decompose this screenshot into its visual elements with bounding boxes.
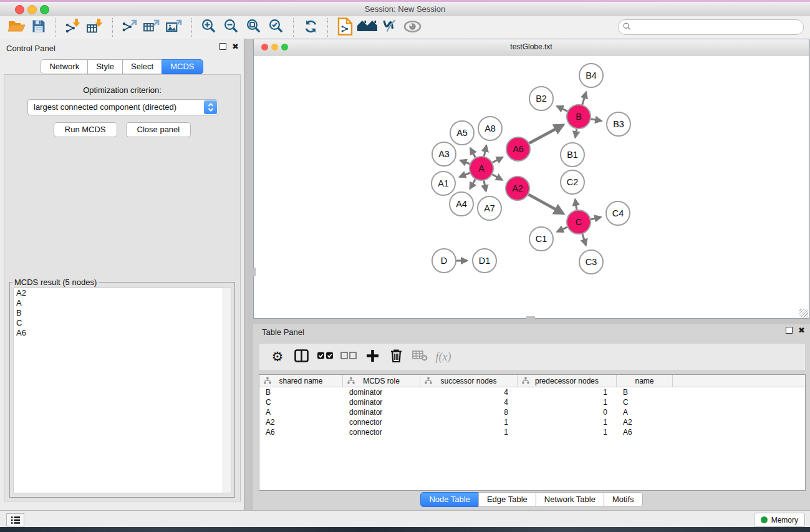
mcds-result-item[interactable]: A (14, 298, 231, 308)
tab-motifs[interactable]: Motifs (604, 492, 643, 507)
tab-edge-table[interactable]: Edge Table (478, 492, 536, 507)
edge-C-C2[interactable] (575, 200, 577, 210)
zoom-out-button[interactable] (220, 17, 243, 37)
edge-A6-B[interactable] (529, 125, 564, 143)
tab-network-table[interactable]: Network Table (536, 492, 604, 507)
edge-B-B3[interactable] (591, 119, 602, 121)
table-row[interactable]: A6connector11A6 (259, 427, 805, 437)
network-file-button[interactable] (334, 17, 356, 37)
memory-button[interactable]: Memory (754, 513, 805, 527)
edge-A-A3[interactable] (460, 160, 470, 164)
deselect-all-button[interactable] (337, 346, 360, 367)
edge-A-A8[interactable] (484, 145, 486, 156)
edge-C-C1[interactable] (557, 227, 567, 231)
tab-network[interactable]: Network (41, 59, 88, 74)
edge-A-A1[interactable] (460, 173, 470, 177)
edge-C-C3[interactable] (582, 234, 586, 245)
export-table-button[interactable] (141, 17, 163, 37)
paintbrush-button[interactable] (378, 17, 401, 37)
node-A5[interactable]: A5 (450, 121, 474, 145)
tab-mcds[interactable]: MCDS (162, 59, 203, 74)
edge-A-A4[interactable] (470, 179, 476, 188)
left-splitter-grip[interactable] (253, 268, 256, 276)
edge-A-A7[interactable] (484, 181, 486, 191)
save-session-button[interactable] (27, 17, 50, 37)
node-B1[interactable]: B1 (561, 143, 584, 167)
node-A[interactable]: A (470, 157, 493, 180)
zoom-in-button[interactable] (198, 17, 220, 37)
select-all-button[interactable] (313, 346, 337, 367)
export-network-button[interactable] (118, 17, 141, 37)
add-column-button[interactable] (360, 346, 384, 367)
search-input[interactable] (635, 21, 798, 34)
eye-button[interactable] (401, 17, 423, 37)
edge-B-B1[interactable] (576, 129, 577, 138)
node-B4[interactable]: B4 (579, 64, 603, 87)
tab-select[interactable]: Select (122, 59, 162, 74)
column-header-predecessor-nodes[interactable]: predecessor nodes (518, 375, 617, 387)
float-panel-icon[interactable] (219, 43, 226, 50)
edge-A2-C[interactable] (529, 195, 564, 214)
node-A4[interactable]: A4 (450, 192, 473, 216)
open-session-button[interactable] (5, 17, 27, 37)
mcds-result-item[interactable]: A2 (14, 288, 231, 298)
delete-trash-button[interactable] (384, 346, 408, 367)
edge-A-A2[interactable] (493, 175, 503, 180)
node-A2[interactable]: A2 (506, 177, 529, 200)
node-B3[interactable]: B3 (607, 112, 630, 136)
edge-B-B4[interactable] (582, 92, 586, 105)
edge-A-A6[interactable] (493, 157, 503, 163)
table-row[interactable]: Adominator80A (259, 407, 805, 417)
mcds-list-scrollbar[interactable] (223, 288, 231, 493)
window-resize-grip[interactable] (799, 309, 808, 317)
edge-A-A5[interactable] (470, 148, 475, 158)
table-row[interactable]: Bdominator41B (259, 387, 805, 397)
tab-node-table[interactable]: Node Table (420, 492, 479, 507)
node-C3[interactable]: C3 (579, 250, 603, 274)
function-button[interactable]: f(x) (432, 346, 455, 367)
node-C1[interactable]: C1 (529, 227, 553, 251)
task-history-button[interactable] (6, 513, 24, 526)
refresh-layout-button[interactable] (299, 17, 322, 37)
column-header-shared-name[interactable]: shared name (259, 375, 343, 387)
table-row[interactable]: Cdominator41C (259, 397, 805, 407)
criterion-select[interactable]: largest connected component (directed) (27, 99, 218, 115)
float-table-panel-icon[interactable] (786, 327, 793, 334)
delete-table-button[interactable] (408, 346, 432, 367)
network-canvas[interactable]: B4B2BB3A8A5A6A3B1AC2A1A2A4A7C4CC1DD1C3 (254, 56, 809, 318)
node-A6[interactable]: A6 (506, 137, 530, 161)
column-header-successor-nodes[interactable]: successor nodes (420, 375, 518, 387)
run-mcds-button[interactable]: Run MCDS (54, 122, 117, 137)
node-A3[interactable]: A3 (432, 142, 456, 166)
close-panel-icon[interactable]: ✖ (232, 43, 239, 50)
node-A8[interactable]: A8 (478, 117, 502, 140)
home-button[interactable] (356, 17, 378, 37)
node-C[interactable]: C (567, 210, 591, 234)
split-view-button[interactable] (289, 346, 313, 367)
mcds-result-item[interactable]: B (14, 308, 231, 318)
export-image-button[interactable] (163, 17, 186, 37)
bottom-splitter-grip[interactable] (526, 316, 535, 319)
import-table-button[interactable] (84, 17, 107, 37)
edge-B-B2[interactable] (557, 106, 567, 111)
mcds-result-item[interactable]: A6 (14, 328, 231, 338)
zoom-selected-button[interactable] (265, 17, 287, 37)
node-B[interactable]: B (567, 105, 591, 128)
node-D1[interactable]: D1 (473, 249, 496, 273)
node-C4[interactable]: C4 (606, 201, 630, 225)
node-D[interactable]: D (432, 249, 456, 273)
close-table-panel-icon[interactable]: ✖ (798, 327, 805, 334)
tab-style[interactable]: Style (87, 59, 123, 74)
column-header-name[interactable]: name (617, 375, 673, 387)
node-A7[interactable]: A7 (478, 196, 501, 220)
column-header-MCDS-role[interactable]: MCDS role (343, 375, 420, 387)
node-A1[interactable]: A1 (432, 172, 455, 195)
zoom-fit-button[interactable] (243, 17, 265, 37)
import-network-button[interactable] (62, 17, 84, 37)
table-row[interactable]: A2connector11A2 (259, 417, 805, 427)
edge-C-C4[interactable] (591, 217, 601, 220)
settings-gear-button[interactable]: ⚙ (266, 346, 289, 367)
node-B2[interactable]: B2 (529, 87, 553, 110)
close-panel-button[interactable]: Close panel (126, 122, 191, 137)
node-C2[interactable]: C2 (561, 170, 584, 194)
